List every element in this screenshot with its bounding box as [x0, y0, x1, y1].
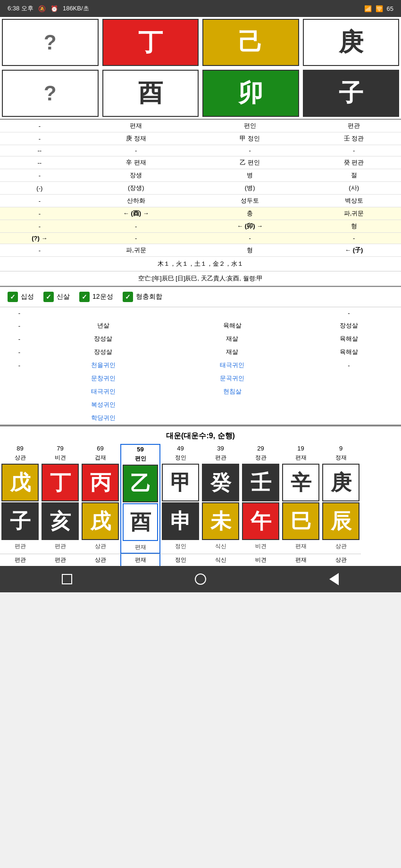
char-cell-0-0[interactable]: ? — [2, 19, 99, 66]
back-icon — [329, 573, 339, 585]
space-row: 空亡:[年]辰巳 [日]辰巳, 天乙貴人:亥酉, 월령:甲 — [0, 271, 401, 286]
checkbox-label-12unsung: 12운성 — [92, 293, 113, 301]
table-row: (-)(장생)(병)(사) — [0, 182, 401, 195]
checkbox-row: ✓ 십성 ✓ 신살 ✓ 12운성 ✓ 형충회합 — [0, 286, 401, 307]
checkbox-hyungchung[interactable]: ✓ 형충회합 — [123, 292, 162, 302]
table-row: -庚 정재甲 정인壬 정관 — [0, 132, 401, 145]
daeun-col-19[interactable]: 19 편재 辛 巳 편재 — [281, 444, 321, 554]
checkbox-12unsung[interactable]: ✓ 12운성 — [79, 292, 113, 302]
table-row: (?) →--- — [0, 233, 401, 244]
daeun-col-79[interactable]: 79 비견 丁 亥 편관 — [40, 444, 80, 554]
char-cell-1-1[interactable]: 酉 — [102, 70, 199, 117]
sinsal-row: -천을귀인태극귀인- — [0, 359, 401, 372]
daeun-col-39[interactable]: 39 편관 癸 未 식신 — [200, 444, 241, 554]
daeun-col-59-active[interactable]: 59 편인 乙 酉 편재 — [120, 444, 160, 554]
table-row: -파,귀문형← (子) — [0, 244, 401, 257]
checkbox-icon-hyungchung: ✓ — [123, 292, 133, 302]
sinsal-row: 태극귀인현침살 — [0, 385, 401, 398]
checkbox-icon-sinsal: ✓ — [43, 292, 54, 302]
sinsal-row: -년살육해살장성살 — [0, 319, 401, 332]
sinsal-table: -- -년살육해살장성살 -장성살재살육해살 -장성살재살육해살 -천을귀인태극… — [0, 307, 401, 425]
nav-square-button[interactable] — [58, 570, 76, 589]
checkbox-sinsal[interactable]: ✓ 신살 — [43, 292, 70, 302]
sinsal-row: -장성살재살육해살 — [0, 345, 401, 359]
daeun-bottom-labels: 편관 편관 상관 편재 정인 식신 비견 편재 상관 — [0, 554, 401, 566]
daeun-col-9[interactable]: 9 정재 庚 辰 상관 — [321, 444, 361, 554]
daeun-col-49[interactable]: 49 정인 甲 申 정인 — [160, 444, 200, 554]
table-row: --← (卯) →형 — [0, 220, 401, 233]
checkbox-label-hyungchung: 형충회합 — [136, 293, 162, 301]
status-bar: 6:38 오후 🔕 ⏰ 186KB/초 📶 🛜 65 — [0, 0, 401, 17]
network-speed: 186KB/초 — [63, 4, 89, 13]
checkbox-sipsong[interactable]: ✓ 십성 — [8, 292, 34, 302]
char-cell-1-3[interactable]: 子 — [303, 70, 400, 117]
sinsal-row: 문창귀인문곡귀인 — [0, 372, 401, 385]
sinsal-row: -장성살재살육해살 — [0, 332, 401, 345]
header-row: - 편재 편인 편관 — [0, 120, 401, 132]
checkbox-label-sinsal: 신살 — [57, 293, 70, 301]
char-cell-0-1[interactable]: 丁 — [102, 19, 199, 66]
signal-icon: 📶 — [364, 5, 372, 12]
sinsal-row: 복성귀인 — [0, 398, 401, 411]
char-cell-1-2[interactable]: 卯 — [202, 70, 299, 117]
checkbox-icon-sipsong: ✓ — [8, 292, 18, 302]
char-cell-1-0[interactable]: ? — [2, 70, 99, 117]
table-row: -장생병절 — [0, 169, 401, 182]
nav-back-button[interactable] — [325, 570, 343, 589]
battery-indicator: 65 — [387, 5, 393, 12]
daeun-header: 대운(대운수:9, 순행) — [0, 426, 401, 444]
mute-icon: 🔕 — [38, 5, 46, 12]
checkbox-icon-12unsung: ✓ — [79, 292, 90, 302]
char-grid: ? 丁 己 庚 ? 酉 卯 子 — [0, 17, 401, 120]
table-row: --辛 편재乙 편인癸 편관 — [0, 156, 401, 169]
alarm-icon: ⏰ — [50, 5, 58, 12]
sinsal-row: 학당귀인 — [0, 411, 401, 425]
table-row: -산하화성두토벽상토 — [0, 195, 401, 207]
daeun-row: 89 상관 戊 子 편관 79 비견 丁 亥 편관 69 겁재 丙 戌 상관 — [0, 444, 401, 554]
time-display: 6:38 오후 — [8, 4, 33, 13]
sinsal-row: -- — [0, 307, 401, 319]
nav-home-button[interactable] — [191, 570, 210, 589]
wifi-icon: 🛜 — [376, 5, 383, 12]
daeun-col-29[interactable]: 29 정관 壬 午 비견 — [241, 444, 281, 554]
daeun-col-89[interactable]: 89 상관 戊 子 편관 — [0, 444, 40, 554]
char-cell-0-3[interactable]: 庚 — [303, 19, 400, 66]
table-row: -← (酉) →충파,귀문 — [0, 207, 401, 220]
circle-icon — [195, 573, 206, 585]
daeun-col-69[interactable]: 69 겁재 丙 戌 상관 — [80, 444, 120, 554]
square-icon — [62, 574, 72, 584]
element-row: 木１，火１，土１，金２，水１ — [0, 257, 401, 271]
char-cell-0-2[interactable]: 己 — [202, 19, 299, 66]
table-row: ----- — [0, 145, 401, 156]
checkbox-label-sipsong: 십성 — [21, 293, 34, 301]
nav-bar — [0, 566, 401, 592]
info-table: - 편재 편인 편관 -庚 정재甲 정인壬 정관 ----- --辛 편재乙 편… — [0, 120, 401, 257]
